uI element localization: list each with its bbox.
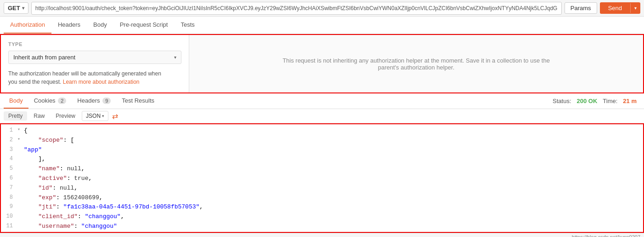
tab-body[interactable]: Body (87, 17, 113, 34)
line-content: ], (24, 155, 643, 164)
resp-tab-headers[interactable]: Headers 9 (72, 93, 116, 109)
line-content: "id": null, (24, 184, 643, 193)
send-label: Send (600, 2, 630, 14)
url-input[interactable] (31, 2, 562, 15)
code-line: 3"app" (1, 145, 643, 155)
line-collapse-icon (17, 222, 24, 231)
line-content: "name": null, (24, 164, 643, 174)
auth-type-value: Inherit auth from parent (13, 54, 75, 61)
response-tabs-bar: Body Cookies 2 Headers 9 Test Results St… (0, 93, 644, 109)
code-line: 4 ], (1, 155, 643, 164)
top-bar: GET ▾ Params Send ▾ (0, 0, 644, 17)
send-button[interactable]: Send ▾ (600, 2, 640, 14)
auth-left-panel: TYPE Inherit auth from parent ▾ The auth… (1, 35, 189, 92)
line-content: "scope": [ (24, 136, 643, 145)
line-content: "username": "changgou" (24, 222, 643, 231)
auth-description: The authorization header will be automat… (8, 69, 181, 86)
code-line: 7 "id": null, (1, 184, 643, 193)
auth-section: TYPE Inherit auth from parent ▾ The auth… (0, 34, 644, 93)
code-line: 2▾ "scope": [ (1, 136, 643, 145)
auth-right-panel: This request is not inheriting any autho… (189, 35, 643, 92)
status-value: 200 OK (577, 98, 598, 104)
wrap-icon[interactable]: ⇄ (112, 112, 118, 121)
preview-button[interactable]: Preview (51, 111, 80, 121)
line-collapse-icon (17, 155, 24, 164)
auth-info-text: This request is not inheriting any autho… (278, 57, 554, 71)
line-number: 3 (1, 145, 17, 155)
line-content: "app" (24, 145, 643, 155)
type-label: TYPE (8, 41, 181, 47)
code-line: 9 "jti": "fa1c38aa-04a5-4451-97bd-10058f… (1, 202, 643, 212)
bottom-link: https://blog.csdn.net/kvpp0207 (572, 234, 640, 237)
line-content: "jti": "fa1c38aa-04a5-4451-97bd-10058fb5… (24, 202, 643, 212)
auth-type-chevron-icon: ▾ (174, 55, 176, 60)
line-number: 6 (1, 174, 17, 184)
response-status: Status: 200 OK Time: 21 m (553, 98, 640, 104)
line-collapse-icon[interactable]: ▾ (17, 126, 24, 136)
code-line: 6 "active": true, (1, 174, 643, 184)
bottom-bar: https://blog.csdn.net/kvpp0207 (0, 233, 644, 237)
line-collapse-icon (17, 193, 24, 203)
line-collapse-icon (17, 202, 24, 212)
method-chevron-icon: ▾ (22, 6, 24, 11)
line-number: 9 (1, 202, 17, 212)
tab-pre-request-script[interactable]: Pre-request Script (113, 17, 175, 34)
resp-tab-cookies[interactable]: Cookies 2 (28, 93, 72, 109)
auth-desc-line1: The authorization header will be automat… (8, 70, 161, 77)
line-number: 4 (1, 155, 17, 164)
line-collapse-icon (17, 164, 24, 174)
line-content: "client_id": "changgou", (24, 212, 643, 222)
learn-more-link[interactable]: Learn more about authorization (63, 79, 140, 85)
method-selector[interactable]: GET ▾ (4, 2, 28, 14)
line-number: 11 (1, 222, 17, 231)
format-selector[interactable]: JSON ▾ (82, 111, 108, 121)
line-content: "active": true, (24, 174, 643, 184)
auth-type-selector[interactable]: Inherit auth from parent ▾ (8, 51, 181, 64)
params-button[interactable]: Params (565, 2, 597, 14)
line-number: 7 (1, 184, 17, 193)
code-viewer[interactable]: 1▾{2▾ "scope": [3"app"4 ],5 "name": null… (0, 123, 644, 233)
line-content: "exp": 1562408699, (24, 193, 643, 203)
request-tabs: Authorization Headers Body Pre-request S… (0, 17, 644, 34)
status-label: Status: (553, 98, 571, 104)
resp-tab-headers-label: Headers (77, 97, 100, 104)
line-content: { (24, 126, 643, 136)
line-collapse-icon (17, 184, 24, 193)
line-collapse-icon (17, 145, 24, 155)
code-line: 1▾{ (1, 126, 643, 136)
time-value: 21 m (623, 98, 637, 104)
headers-badge: 9 (102, 98, 111, 104)
time-label: Time: (603, 98, 617, 104)
method-label: GET (8, 5, 20, 12)
format-chevron-icon: ▾ (102, 114, 104, 118)
cookies-badge: 2 (58, 98, 66, 104)
format-label: JSON (86, 113, 101, 119)
send-chevron-icon[interactable]: ▾ (630, 3, 640, 13)
pretty-button[interactable]: Pretty (4, 111, 27, 121)
auth-desc-line2: you send the request. (8, 79, 61, 85)
line-collapse-icon (17, 212, 24, 222)
code-line: 11 "username": "changgou" (1, 222, 643, 231)
line-number: 10 (1, 212, 17, 222)
line-number: 2 (1, 136, 17, 145)
line-number: 1 (1, 126, 17, 136)
line-collapse-icon (17, 174, 24, 184)
resp-tab-test-results[interactable]: Test Results (116, 93, 160, 109)
code-line: 5 "name": null, (1, 164, 643, 174)
raw-button[interactable]: Raw (29, 111, 49, 121)
line-collapse-icon[interactable]: ▾ (17, 136, 24, 145)
line-number: 8 (1, 193, 17, 203)
code-line: 10 "client_id": "changgou", (1, 212, 643, 222)
line-number: 5 (1, 164, 17, 174)
body-toolbar: Pretty Raw Preview JSON ▾ ⇄ (0, 109, 644, 123)
tab-tests[interactable]: Tests (174, 17, 201, 34)
resp-tab-body[interactable]: Body (4, 93, 28, 109)
tab-headers[interactable]: Headers (51, 17, 87, 34)
code-line: 8 "exp": 1562408699, (1, 193, 643, 203)
resp-tab-cookies-label: Cookies (34, 97, 56, 104)
tab-authorization[interactable]: Authorization (4, 17, 51, 34)
